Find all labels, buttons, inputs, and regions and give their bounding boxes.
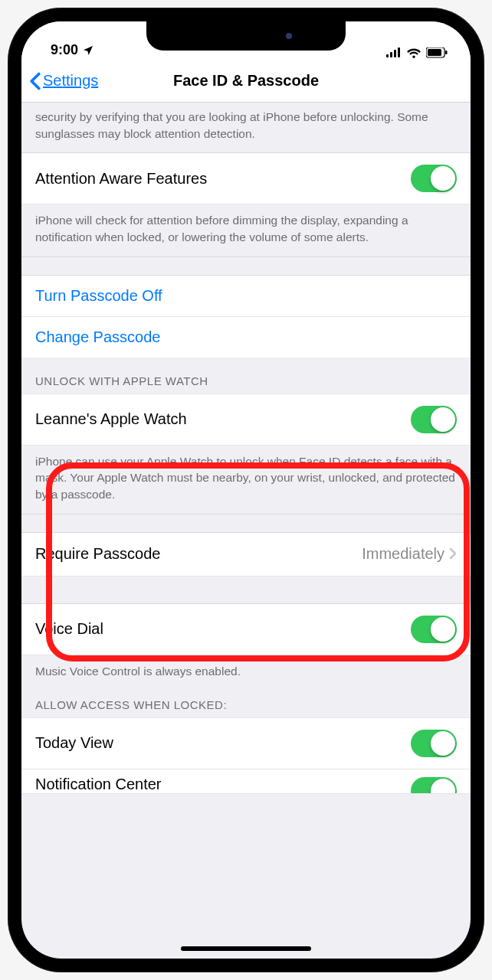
attention-aware-label: Attention Aware Features bbox=[35, 170, 207, 188]
chevron-left-icon bbox=[29, 72, 41, 90]
unlock-watch-toggle[interactable] bbox=[411, 406, 457, 433]
require-passcode-value: Immediately bbox=[362, 545, 444, 563]
status-time-area: 9:00 bbox=[51, 42, 94, 58]
require-attention-footer: security by verifying that you are looki… bbox=[21, 103, 471, 153]
unlock-watch-cell[interactable]: Leanne's Apple Watch bbox=[21, 394, 471, 446]
require-passcode-cell[interactable]: Require Passcode Immediately bbox=[21, 533, 471, 577]
today-view-toggle[interactable] bbox=[411, 730, 457, 757]
volume-mute-button bbox=[10, 145, 15, 176]
wifi-icon bbox=[406, 47, 421, 58]
volume-down-button bbox=[10, 272, 15, 332]
allow-access-header: Allow Access When Locked: bbox=[21, 691, 471, 717]
home-indicator[interactable] bbox=[181, 946, 311, 951]
notification-center-toggle[interactable] bbox=[411, 777, 457, 794]
unlock-watch-header: Unlock with Apple Watch bbox=[21, 358, 471, 394]
settings-list[interactable]: security by verifying that you are looki… bbox=[21, 103, 471, 794]
notification-center-cell[interactable]: Notification Center bbox=[21, 769, 471, 794]
voice-dial-cell[interactable]: Voice Dial bbox=[21, 604, 471, 655]
unlock-watch-footer: iPhone can use your Apple Watch to unloc… bbox=[21, 446, 471, 514]
turn-passcode-off-label: Turn Passcode Off bbox=[35, 287, 162, 305]
camera-dot bbox=[286, 33, 292, 39]
attention-aware-toggle[interactable] bbox=[411, 165, 457, 192]
volume-up-button bbox=[10, 199, 15, 259]
voice-dial-toggle[interactable] bbox=[411, 616, 457, 643]
phone-frame: 9:00 Settings bbox=[8, 8, 484, 972]
today-view-cell[interactable]: Today View bbox=[21, 717, 471, 769]
notification-center-label: Notification Center bbox=[35, 776, 162, 793]
voice-dial-footer: Music Voice Control is always enabled. bbox=[21, 655, 471, 691]
status-icons bbox=[386, 47, 448, 58]
notch bbox=[146, 21, 346, 51]
svg-rect-3 bbox=[398, 47, 400, 57]
spacer bbox=[21, 577, 471, 604]
status-time: 9:00 bbox=[51, 42, 78, 58]
svg-rect-6 bbox=[445, 51, 448, 54]
attention-aware-footer: iPhone will check for attention before d… bbox=[21, 204, 471, 256]
today-view-label: Today View bbox=[35, 734, 113, 752]
require-passcode-label: Require Passcode bbox=[35, 545, 160, 563]
attention-aware-cell[interactable]: Attention Aware Features bbox=[21, 153, 471, 204]
location-icon bbox=[82, 44, 94, 57]
chevron-right-icon bbox=[449, 544, 457, 564]
spacer bbox=[21, 257, 471, 276]
nav-bar: Settings Face ID & Passcode bbox=[21, 60, 471, 103]
back-button[interactable]: Settings bbox=[21, 72, 98, 90]
power-button bbox=[477, 214, 482, 299]
svg-rect-0 bbox=[386, 54, 389, 57]
change-passcode-label: Change Passcode bbox=[35, 328, 160, 346]
unlock-watch-device-label: Leanne's Apple Watch bbox=[35, 410, 187, 428]
battery-icon bbox=[426, 47, 448, 58]
svg-rect-5 bbox=[428, 49, 441, 56]
spacer bbox=[21, 514, 471, 533]
svg-rect-2 bbox=[394, 50, 396, 57]
back-label: Settings bbox=[43, 72, 98, 90]
change-passcode-cell[interactable]: Change Passcode bbox=[21, 317, 471, 358]
turn-passcode-off-cell[interactable]: Turn Passcode Off bbox=[21, 276, 471, 317]
svg-rect-1 bbox=[390, 52, 392, 57]
screen: 9:00 Settings bbox=[21, 21, 471, 959]
voice-dial-label: Voice Dial bbox=[35, 620, 103, 638]
cellular-icon bbox=[386, 47, 402, 58]
